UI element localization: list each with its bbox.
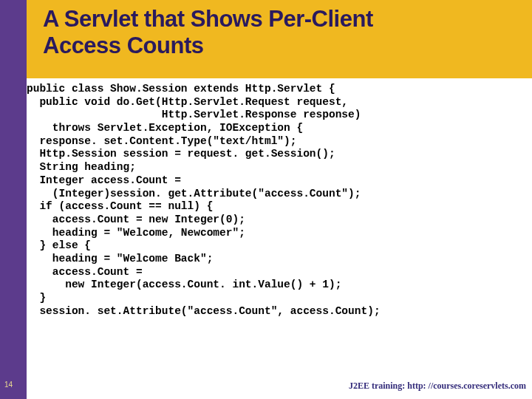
slide-content: public class Show.Session extends Http.S… xyxy=(27,83,525,369)
footer-label: J2EE training: xyxy=(349,381,407,391)
page-number: 14 xyxy=(4,381,13,389)
title-line-1: A Servlet that Shows Per-Client xyxy=(43,6,373,32)
code-block: public class Show.Session extends Http.S… xyxy=(27,83,525,318)
footer-url: http: //courses.coreservlets.com xyxy=(407,381,526,391)
footer: J2EE training: http: //courses.coreservl… xyxy=(349,381,526,392)
slide-header: A Servlet that Shows Per-Client Access C… xyxy=(27,0,532,78)
slide-title: A Servlet that Shows Per-Client Access C… xyxy=(43,6,532,58)
sidebar-accent xyxy=(0,0,27,399)
title-line-2: Access Counts xyxy=(43,33,203,58)
